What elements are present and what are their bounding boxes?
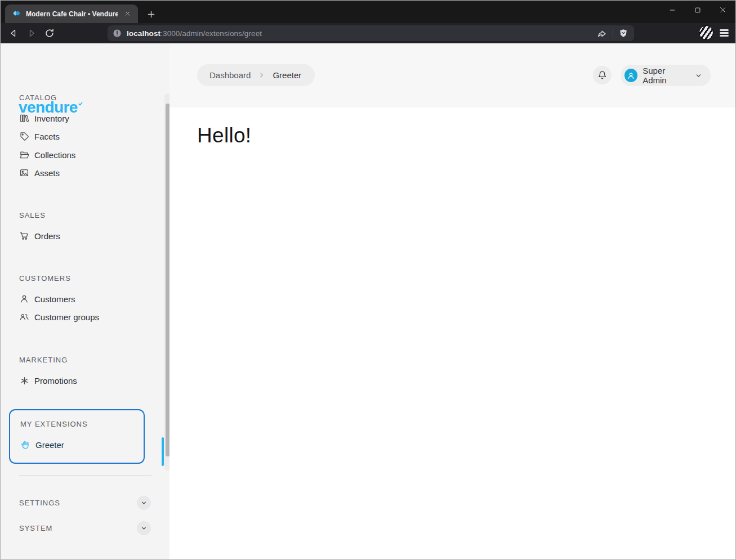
user-menu[interactable]: Super Admin <box>621 65 711 86</box>
back-button[interactable] <box>7 26 20 40</box>
new-tab-button[interactable] <box>144 7 158 21</box>
main-header: Dashboard Greeter <box>169 43 735 107</box>
brave-shields-icon[interactable] <box>618 28 628 38</box>
sidebar-item-facets[interactable]: Facets <box>19 129 60 143</box>
sidebar: vendure CATALOG Inventory <box>1 43 169 559</box>
section-label-catalog: CATALOG <box>19 93 57 102</box>
chevron-down-icon <box>694 71 703 80</box>
folder-icon <box>19 150 29 160</box>
menu-bar <box>720 29 729 31</box>
user-icon <box>19 294 29 304</box>
notifications-button[interactable] <box>593 66 612 84</box>
sidebar-item-promotions[interactable]: Promotions <box>19 374 77 387</box>
library-icon <box>19 113 29 123</box>
sidebar-section-settings[interactable]: SETTINGS <box>1 496 169 510</box>
content-area: Hello! <box>169 107 735 559</box>
sidebar-item-label: Facets <box>34 132 60 141</box>
sidebar-item-label: Customers <box>34 294 75 304</box>
sidebar-divider <box>19 475 151 476</box>
window-controls <box>659 1 735 19</box>
menu-bar <box>720 32 729 34</box>
sidebar-item-label: Greeter <box>35 440 64 450</box>
users-icon <box>19 312 29 322</box>
bell-icon <box>597 70 608 80</box>
sidebar-item-label: Promotions <box>34 376 77 386</box>
section-label-my-extensions: MY EXTENSIONS <box>20 420 88 429</box>
urlbar-actions <box>596 28 628 39</box>
sidebar-item-orders[interactable]: Orders <box>19 229 60 243</box>
logo-tick-icon <box>78 98 83 109</box>
url-text: localhost:3000/admin/extensions/greet <box>127 29 262 38</box>
tab-close-icon[interactable] <box>122 9 132 19</box>
section-label-sales: SALES <box>19 211 46 220</box>
sidebar-item-collections[interactable]: Collections <box>19 148 75 162</box>
user-avatar <box>625 69 637 82</box>
browser-menu-icon[interactable] <box>719 28 729 38</box>
browser-titlebar: Modern Cafe Chair • Vendure <box>1 1 735 23</box>
breadcrumb: Dashboard Greeter <box>197 64 315 86</box>
user-name: Super Admin <box>643 66 689 85</box>
section-label-marketing: MARKETING <box>19 356 68 365</box>
section-label-customers: CUSTOMERS <box>19 274 71 283</box>
tag-icon <box>19 131 29 141</box>
browser-tab[interactable]: Modern Cafe Chair • Vendure <box>5 5 138 23</box>
url-bar[interactable]: localhost:3000/admin/extensions/greet <box>108 25 634 41</box>
close-button[interactable] <box>710 1 735 19</box>
sidebar-section-system[interactable]: SYSTEM <box>1 521 169 535</box>
cart-icon <box>19 231 29 241</box>
page-greeting-heading: Hello! <box>169 107 735 147</box>
sidebar-item-inventory[interactable]: Inventory <box>19 111 69 125</box>
browser-profile-avatar[interactable] <box>699 25 713 40</box>
sidebar-item-assets[interactable]: Assets <box>19 166 60 180</box>
active-item-indicator <box>162 437 164 466</box>
browser-window: Modern Cafe Chair • Vendure <box>0 0 736 560</box>
url-host: localhost <box>127 29 160 38</box>
admin-page: vendure CATALOG Inventory <box>1 43 735 559</box>
urlbar-separator <box>613 29 613 38</box>
main-area: Dashboard Greeter <box>169 43 735 559</box>
system-expand-button[interactable] <box>137 521 151 535</box>
sidebar-item-greeter[interactable]: Greeter <box>20 438 64 451</box>
maximize-button[interactable] <box>685 1 710 19</box>
image-icon <box>19 168 29 178</box>
breadcrumb-dashboard-link[interactable]: Dashboard <box>209 70 251 80</box>
my-extensions-highlight-box: MY EXTENSIONS Greeter <box>9 409 145 464</box>
tab-title: Modern Cafe Chair • Vendure <box>26 10 118 18</box>
settings-expand-button[interactable] <box>137 496 151 510</box>
url-path: :3000/admin/extensions/greet <box>160 29 262 38</box>
sidebar-item-label: Orders <box>34 231 60 241</box>
sidebar-item-customer-groups[interactable]: Customer groups <box>19 310 99 324</box>
section-label-system: SYSTEM <box>19 524 52 533</box>
asterisk-icon <box>19 375 29 386</box>
menu-bar <box>720 35 729 37</box>
sidebar-item-customers[interactable]: Customers <box>19 292 75 306</box>
section-label-settings: SETTINGS <box>19 499 60 508</box>
breadcrumb-current: Greeter <box>273 70 301 80</box>
sidebar-item-label: Customer groups <box>34 312 99 322</box>
share-icon[interactable] <box>596 28 608 39</box>
site-info-icon[interactable] <box>113 29 122 38</box>
vendure-favicon-icon <box>12 9 21 19</box>
sidebar-item-label: Inventory <box>34 114 69 123</box>
chevron-right-icon <box>258 71 265 79</box>
sidebar-item-label: Assets <box>34 168 60 178</box>
hand-icon <box>20 440 30 450</box>
minimize-button[interactable] <box>659 1 685 19</box>
sidebar-item-label: Collections <box>34 150 75 160</box>
forward-button[interactable] <box>25 26 38 40</box>
reload-button[interactable] <box>43 26 56 40</box>
